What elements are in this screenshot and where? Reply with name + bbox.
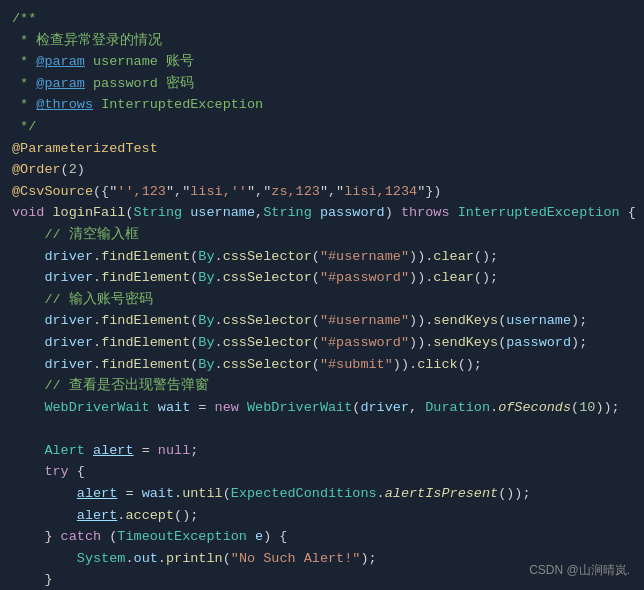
code-line-8: @Order(2) [12,159,644,181]
code-line-10: void loginFail(String username,String pa… [12,202,644,224]
code-line-16: driver.findElement(By.cssSelector("#pass… [12,332,644,354]
code-line-20 [12,418,644,440]
code-line-4: * @param password 密码 [12,73,644,95]
code-line-25: } catch (TimeoutException e) { [12,526,644,548]
code-line-22: try { [12,461,644,483]
code-editor: /** * 检查异常登录的情况 * @param username 账号 * @… [0,0,644,590]
code-line-6: */ [12,116,644,138]
code-line-23: alert = wait.until(ExpectedConditions.al… [12,483,644,505]
code-line-14: // 输入账号密码 [12,289,644,311]
code-line-18: // 查看是否出现警告弹窗 [12,375,644,397]
code-line-11: // 清空输入框 [12,224,644,246]
code-line-13: driver.findElement(By.cssSelector("#pass… [12,267,644,289]
code-line-5: * @throws InterruptedException [12,94,644,116]
code-line-24: alert.accept(); [12,505,644,527]
code-line-2: * 检查异常登录的情况 [12,30,644,52]
code-line-21: Alert alert = null; [12,440,644,462]
code-line-7: @ParameterizedTest [12,138,644,160]
code-line-1: /** [12,8,644,30]
code-line-9: @CsvSource({"'',123","lisi,''","zs,123",… [12,181,644,203]
code-line-15: driver.findElement(By.cssSelector("#user… [12,310,644,332]
code-line-12: driver.findElement(By.cssSelector("#user… [12,246,644,268]
code-line-3: * @param username 账号 [12,51,644,73]
code-line-19: WebDriverWait wait = new WebDriverWait(d… [12,397,644,419]
code-line-17: driver.findElement(By.cssSelector("#subm… [12,354,644,376]
watermark: CSDN @山涧晴岚. [529,561,630,580]
